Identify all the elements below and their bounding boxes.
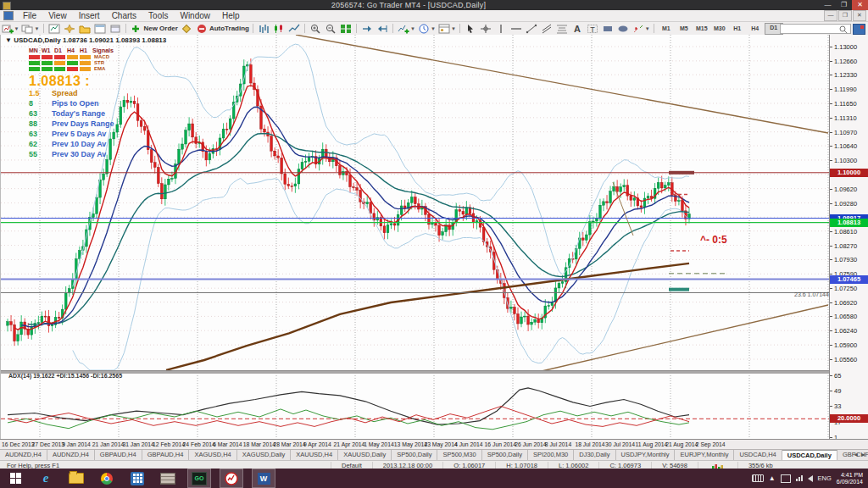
zoom-in-button[interactable] — [309, 23, 323, 34]
chart-tab-dj30-daily[interactable]: DJ30,Daily — [574, 450, 615, 460]
tile-windows-button[interactable] — [339, 23, 353, 34]
chart-tab-audnzd-h4[interactable]: AUDNZD,H4 — [0, 450, 47, 460]
text-tool-button[interactable]: A — [570, 23, 585, 34]
tab-scroll-left-icon[interactable]: ◄ — [853, 452, 860, 458]
vertical-line-button[interactable] — [494, 23, 509, 34]
mt4-taskbar-icon[interactable] — [220, 469, 243, 488]
date-label: 2 Sep 2014 — [696, 441, 726, 447]
chart-candles-button[interactable] — [272, 23, 287, 34]
stat-label: Pips to Open — [52, 99, 99, 109]
menu-help[interactable]: Help — [216, 11, 246, 20]
maximize-button[interactable]: ❐ — [836, 0, 852, 10]
indicators-list-button[interactable]: ▼ — [397, 23, 416, 34]
start-button[interactable] — [4, 469, 26, 487]
auto-scroll-button[interactable] — [360, 23, 375, 34]
periods-button[interactable]: ▼ — [417, 23, 437, 34]
tray-expand-icon[interactable]: ▲ — [769, 474, 776, 482]
label-tool-button[interactable]: T — [586, 23, 600, 34]
ellipse-tool-button[interactable] — [616, 23, 631, 34]
close-button[interactable]: ✕ — [852, 0, 868, 10]
calculator-icon[interactable] — [126, 469, 148, 487]
signal-icon[interactable] — [796, 475, 803, 481]
stat-label: Prev 30 Day Av — [52, 150, 106, 160]
child-minimize-button[interactable]: — — [824, 10, 837, 21]
chart-tab-usdcad-daily[interactable]: USDCAD,Daily — [782, 450, 837, 460]
expert-advisors-button[interactable] — [180, 23, 194, 34]
horizontal-line-button[interactable] — [509, 23, 524, 34]
chart-tab-audnzd-h4[interactable]: AUDNZD,H4 — [47, 450, 95, 460]
chart-window[interactable]: ▼ USDCAD,Daily 1.08736 1.09021 1.08393 1… — [0, 35, 830, 439]
navigator-button[interactable] — [62, 23, 76, 34]
child-restore-button[interactable]: ❐ — [838, 10, 852, 21]
tab-scroll-right-icon[interactable]: ► — [860, 452, 866, 458]
menu-window[interactable]: Window — [174, 11, 216, 20]
chart-tab-sp500-daily[interactable]: SP500,Daily — [482, 450, 528, 460]
go-trader-icon[interactable]: GO — [187, 469, 211, 488]
chart-tab-xagusd-daily[interactable]: XAGUSD,Daily — [237, 450, 291, 460]
timeframe-h1-button[interactable]: H1 — [729, 24, 746, 34]
chart-tab-xauusd-h4[interactable]: XAUUSD,H4 — [291, 450, 338, 460]
timeframe-h4-button[interactable]: H4 — [747, 24, 764, 34]
file-explorer-icon[interactable] — [65, 469, 87, 487]
date-label: 8 Jul 2014 — [545, 441, 571, 447]
internet-explorer-icon[interactable]: e — [35, 469, 57, 487]
volume-icon[interactable] — [808, 475, 813, 482]
zoomin-icon — [309, 24, 321, 34]
chart-tab-sp500-daily[interactable]: SP500,Daily — [392, 450, 437, 460]
menu-insert[interactable]: Insert — [73, 11, 106, 20]
rectangle-tool-button[interactable] — [601, 23, 615, 34]
terminal-button[interactable] — [77, 23, 92, 34]
menu-file[interactable]: File — [17, 11, 42, 20]
chart-tab-usdjpy-monthly[interactable]: USDJPY,Monthly — [616, 450, 676, 460]
trendline-tool-button[interactable] — [525, 23, 539, 34]
chart-tab-sp500-m30[interactable]: SP500,M30 — [437, 450, 481, 460]
chart-tab-spi200-m30[interactable]: SPI200,M30 — [528, 450, 574, 460]
templates-button[interactable]: ▼ — [437, 23, 457, 34]
language-indicator[interactable]: ENG — [818, 474, 832, 482]
chart-tab-gbpaud-h4[interactable]: GBPAUD,H4 — [142, 450, 190, 460]
chart-shift-button[interactable] — [376, 23, 390, 34]
chart-tab-xauusd-daily[interactable]: XAUUSD,Daily — [338, 450, 392, 460]
minimize-button[interactable]: — — [820, 0, 836, 10]
chart-tab-eurjpy-monthly[interactable]: EURJPY,Monthly — [675, 450, 734, 460]
price-axis[interactable]: 1.130001.126601.123301.119901.116501.113… — [829, 35, 868, 439]
child-close-button[interactable]: ✕ — [853, 10, 866, 21]
full-screen-button[interactable] — [108, 23, 122, 34]
menu-charts[interactable]: Charts — [106, 11, 142, 20]
timeframe-m5-button[interactable]: M5 — [676, 24, 693, 34]
chart-line-button[interactable] — [287, 23, 302, 34]
clock[interactable]: 4:41 PM 6/09/2014 — [837, 472, 863, 485]
chrome-icon[interactable] — [96, 469, 118, 487]
chart-bars-button[interactable] — [257, 23, 271, 34]
mailbox-icon[interactable] — [853, 24, 865, 35]
channel-tool-button[interactable] — [540, 23, 554, 34]
arrows-tool-button[interactable]: ▼ — [632, 23, 651, 34]
menu-tools[interactable]: Tools — [142, 11, 174, 20]
mt4-logo-icon — [3, 11, 14, 20]
network-icon[interactable] — [781, 474, 791, 483]
panel-separator[interactable] — [1, 370, 830, 374]
timeframe-m30-button[interactable]: M30 — [711, 24, 728, 34]
price-tick-label: 1.11650 — [834, 100, 857, 108]
chart-tab-xagusd-h4[interactable]: XAGUSD,H4 — [189, 450, 236, 460]
chart-tab-gbpaud-h4[interactable]: GBPAUD,H4 — [95, 450, 142, 460]
cursor-button[interactable] — [464, 23, 478, 34]
fibonacci-tool-button[interactable] — [555, 23, 570, 34]
word-icon[interactable]: W — [252, 469, 275, 488]
menu-view[interactable]: View — [42, 11, 73, 20]
quote-line[interactable]: ▼ USDCAD,Daily 1.08736 1.09021 1.08393 1… — [5, 36, 166, 44]
new-order-button[interactable]: New Order — [129, 23, 178, 34]
system-tray: ▲ ENG 4:41 PM 6/09/2014 — [752, 469, 866, 488]
new-chart-button[interactable]: ▼ — [1, 23, 20, 34]
strategy-tester-button[interactable] — [92, 23, 107, 34]
crosshair-button[interactable] — [479, 23, 493, 34]
zoom-out-button[interactable] — [324, 23, 338, 34]
timeframe-m15-button[interactable]: M15 — [693, 24, 710, 34]
touch-keyboard-icon[interactable] — [752, 474, 764, 482]
market-watch-button[interactable] — [47, 23, 61, 34]
profiles-button[interactable]: ▼ — [20, 23, 40, 34]
autotrading-button[interactable]: AutoTrading — [195, 23, 250, 34]
bricks-app-icon[interactable] — [157, 469, 179, 487]
chart-tab-usdcad-h4[interactable]: USDCAD,H4 — [734, 450, 782, 460]
timeframe-m1-button[interactable]: M1 — [658, 24, 675, 34]
